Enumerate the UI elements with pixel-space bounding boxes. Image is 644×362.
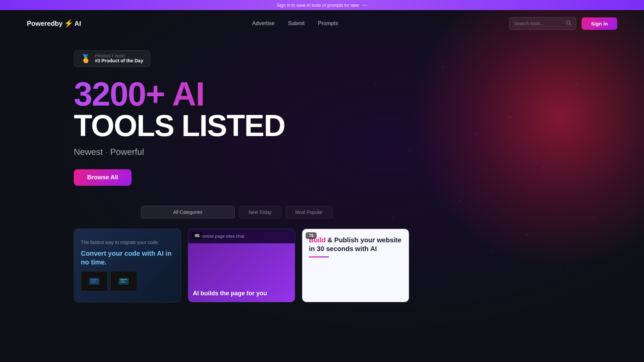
filter-tab-all[interactable]: All Categories bbox=[141, 206, 235, 219]
ph-text: PRODUCT HUNT #3 Product of the Day bbox=[95, 54, 143, 63]
logo[interactable]: Poweredby ⚡ AI bbox=[27, 19, 81, 28]
card-2-price: 9$ bbox=[192, 232, 203, 239]
ph-label: PRODUCT HUNT bbox=[95, 54, 143, 58]
hero-section: 🏅 PRODUCT HUNT #3 Product of the Day 320… bbox=[0, 37, 644, 186]
hero-subtitle: Newest · Powerful bbox=[74, 147, 644, 157]
browse-all-button[interactable]: Browse All bbox=[74, 169, 131, 186]
logo-text-2: AI bbox=[74, 20, 81, 27]
ph-medal-icon: 🏅 bbox=[81, 54, 91, 63]
search-bar[interactable] bbox=[509, 17, 576, 30]
hero-subtitle-part1: Newest bbox=[74, 147, 103, 157]
top-banner: Sign in to save AI tools or prompts for … bbox=[0, 0, 644, 10]
hero-dot: · bbox=[105, 147, 108, 157]
nav-link-prompts[interactable]: Prompts bbox=[318, 20, 338, 26]
filter-tab-popular[interactable]: Most Popular bbox=[285, 206, 332, 219]
mini-screen-1 bbox=[81, 271, 108, 291]
card-2-top-text: /customize page sites chat bbox=[188, 229, 295, 243]
banner-dash: — bbox=[362, 2, 367, 8]
svg-rect-33 bbox=[89, 278, 99, 285]
hero-heading: 3200+ AI TOOLS LISTED bbox=[74, 77, 644, 141]
card-1-inner: The fastest way to migrate your code: Co… bbox=[74, 229, 181, 302]
card-2-purple: AI builds the page for you bbox=[188, 243, 295, 302]
nav-link-advertise[interactable]: Advertise bbox=[252, 20, 275, 26]
card-3-inner: Build & Publish your website in 30 secon… bbox=[302, 229, 409, 302]
banner-text: Sign in to save AI tools or prompts for … bbox=[277, 3, 359, 8]
card-3-price: 7$ bbox=[306, 232, 317, 239]
logo-text-1: Poweredby bbox=[27, 20, 63, 27]
sign-in-button[interactable]: Sign in bbox=[582, 17, 617, 30]
svg-point-26 bbox=[459, 200, 461, 202]
ph-product-title: #3 Product of the Day bbox=[95, 58, 143, 63]
mini-screen-2 bbox=[110, 271, 137, 291]
hero-tools: TOOLS LISTED bbox=[74, 111, 644, 141]
svg-rect-37 bbox=[119, 278, 129, 285]
card-3-title: Build & Publish your website in 30 secon… bbox=[309, 236, 402, 253]
navbar: Poweredby ⚡ AI Advertise Submit Prompts … bbox=[0, 10, 644, 37]
filter-bar: All Categories New Today Most Popular bbox=[0, 206, 644, 219]
hero-count: 3200+ AI bbox=[74, 77, 644, 111]
svg-line-32 bbox=[570, 24, 571, 25]
card-2-inner: /customize page sites chat AI builds the… bbox=[188, 229, 295, 302]
nav-link-submit[interactable]: Submit bbox=[288, 20, 305, 26]
ph-badge: 🏅 PRODUCT HUNT #3 Product of the Day bbox=[74, 50, 150, 67]
card-1-images bbox=[81, 271, 174, 291]
nav-links: Advertise Submit Prompts bbox=[252, 20, 338, 26]
card-code-converter[interactable]: The fastest way to migrate your code: Co… bbox=[74, 229, 181, 302]
card-2-heading: AI builds the page for you bbox=[193, 290, 290, 297]
nav-right: Sign in bbox=[509, 17, 617, 30]
search-input[interactable] bbox=[514, 21, 563, 26]
hero-subtitle-part2: Powerful bbox=[110, 147, 144, 157]
search-icon bbox=[566, 20, 571, 27]
card-build-publish[interactable]: 7$ Build & Publish your website in 30 se… bbox=[302, 229, 409, 302]
cards-section: The fastest way to migrate your code: Co… bbox=[0, 222, 644, 309]
card-3-accent-bar bbox=[309, 256, 329, 257]
card-1-heading: Convert your code with AI in no time. bbox=[81, 249, 174, 266]
filter-tab-new[interactable]: New Today bbox=[239, 206, 281, 219]
logo-bolt-icon: ⚡ bbox=[64, 19, 73, 28]
card-page-builder[interactable]: 9$ /customize page sites chat AI builds … bbox=[188, 229, 295, 302]
card-1-top-text: The fastest way to migrate your code: bbox=[81, 240, 174, 245]
